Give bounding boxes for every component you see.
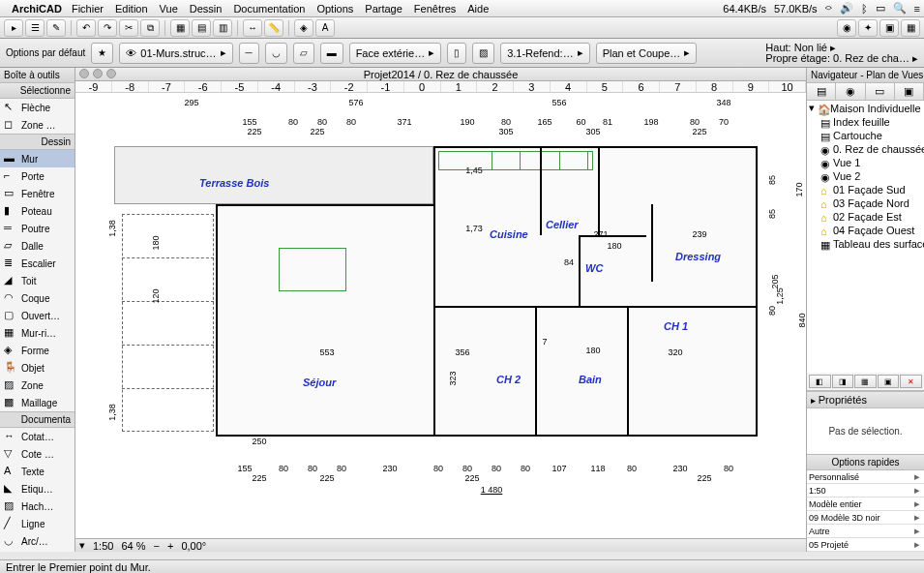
- tree-item-vue1[interactable]: ◉Vue 1: [807, 156, 924, 169]
- tree-item-cartouche[interactable]: ▤Cartouche: [807, 129, 924, 142]
- tool-forme[interactable]: ◈Forme: [0, 342, 75, 359]
- tool-arrow[interactable]: ↖Flèche: [0, 99, 75, 116]
- tool-dalle[interactable]: ▱Dalle: [0, 237, 75, 255]
- etage-value[interactable]: 0. Rez de cha…: [833, 52, 909, 64]
- tool-poteau[interactable]: ▮Poteau: [0, 202, 75, 220]
- opt-geometry-1[interactable]: ─: [239, 43, 259, 64]
- volume-icon[interactable]: 🔊: [840, 2, 853, 15]
- tb-new[interactable]: ▸: [4, 19, 23, 37]
- menu-partage[interactable]: Partage: [365, 3, 402, 15]
- tree-item-rez[interactable]: ◉0. Rez de chaussée: [807, 142, 924, 156]
- menu-fenetres[interactable]: Fenêtres: [414, 3, 456, 15]
- opt-plan-select[interactable]: Plan et Coupe… ▸: [596, 43, 698, 64]
- opt-construction[interactable]: ▬: [320, 43, 343, 64]
- tree-item-index[interactable]: ▤Index feuille: [807, 115, 924, 129]
- tool-marquee[interactable]: ◻Zone …: [0, 116, 75, 134]
- drawing-canvas[interactable]: 295 576 556 348 155 80 80 80 371 190 80 …: [75, 93, 806, 538]
- status-drop[interactable]: ▾: [79, 539, 85, 552]
- tb-copy[interactable]: ⧉: [140, 19, 160, 37]
- tb-org[interactable]: ▣: [879, 19, 899, 37]
- status-scale[interactable]: 1:50: [93, 540, 113, 552]
- tree-item-vue2[interactable]: ◉Vue 2: [807, 169, 924, 183]
- window-max-icon[interactable]: [106, 69, 116, 78]
- tool-porte[interactable]: ⌐Porte: [0, 167, 75, 185]
- tool-zone[interactable]: ▨Zone: [0, 377, 75, 394]
- tb-measure[interactable]: ↔: [243, 19, 262, 37]
- tb-3d[interactable]: ▦: [170, 19, 190, 37]
- opt-face-select[interactable]: Face extérie… ▸: [349, 43, 442, 64]
- menu-vue[interactable]: Vue: [160, 3, 178, 15]
- app-name[interactable]: ArchiCAD: [12, 3, 62, 15]
- tool-fenetre[interactable]: ▭Fenêtre: [0, 185, 75, 202]
- menu-aide[interactable]: Aide: [467, 3, 489, 15]
- opt-profile[interactable]: ▯: [447, 43, 466, 64]
- menu-dessin[interactable]: Dessin: [190, 3, 223, 15]
- mini-btn-1[interactable]: ◧: [809, 375, 831, 388]
- tb-render[interactable]: ◉: [837, 19, 856, 37]
- opt-default-label[interactable]: Options par défaut: [6, 47, 85, 58]
- menu-edition[interactable]: Edition: [115, 3, 148, 15]
- tb-open[interactable]: ☰: [25, 19, 45, 37]
- menu-documentation[interactable]: Documentation: [233, 3, 305, 15]
- tool-ligne[interactable]: ╱Ligne: [0, 515, 75, 532]
- tool-objet[interactable]: 🪑Objet: [0, 359, 75, 377]
- status-angle[interactable]: 0,00°: [181, 540, 206, 552]
- quick-row-1[interactable]: 1:50▸: [807, 484, 924, 498]
- quick-row-0[interactable]: Personnalisé▸: [807, 470, 924, 484]
- tool-cotat[interactable]: ↔Cotat…: [0, 428, 75, 445]
- zoom-in-icon[interactable]: +: [167, 540, 173, 552]
- tool-toit[interactable]: ◢Toit: [0, 272, 75, 289]
- opt-refend-select[interactable]: 3.1-Refend:… ▸: [500, 43, 589, 64]
- tool-mur[interactable]: ▬Mur: [0, 150, 75, 167]
- mini-btn-3[interactable]: ▦: [854, 375, 877, 388]
- opt-geometry-3[interactable]: ▱: [293, 43, 314, 64]
- tool-hach[interactable]: ▨Hach…: [0, 498, 75, 515]
- quick-row-2[interactable]: Modèle entier▸: [807, 498, 924, 511]
- tree-item-facade-ouest[interactable]: ⌂04 Façade Ouest: [807, 224, 924, 237]
- tool-arc[interactable]: ◡Arc/…: [0, 532, 75, 550]
- mini-btn-2[interactable]: ◨: [832, 375, 854, 388]
- bluetooth-icon[interactable]: ᛒ: [861, 3, 868, 15]
- opt-hatch[interactable]: ▨: [472, 43, 494, 64]
- status-zoom[interactable]: 64 %: [121, 540, 145, 552]
- tool-cote[interactable]: ▽Cote …: [0, 445, 75, 463]
- tree-item-facade-nord[interactable]: ⌂03 Façade Nord: [807, 196, 924, 210]
- tb-cut[interactable]: ✂: [119, 19, 138, 37]
- tool-coque[interactable]: ◠Coque: [0, 289, 75, 307]
- tree-root[interactable]: ▾🏠Maison Individuelle - E: [807, 101, 924, 115]
- tb-pub[interactable]: ▦: [901, 19, 920, 37]
- mini-btn-5[interactable]: ✕: [900, 375, 922, 388]
- battery-icon[interactable]: ▭: [876, 2, 885, 15]
- window-close-icon[interactable]: [79, 69, 89, 78]
- mini-btn-4[interactable]: ▣: [878, 375, 900, 388]
- menu-fichier[interactable]: Fichier: [72, 3, 104, 15]
- spotlight-icon[interactable]: 🔍: [893, 2, 907, 15]
- tb-save[interactable]: ✎: [46, 19, 66, 37]
- zoom-out-icon[interactable]: −: [154, 540, 160, 552]
- tool-texte[interactable]: ATexte: [0, 463, 75, 480]
- tb-nav[interactable]: ✦: [858, 19, 878, 37]
- tool-maillage[interactable]: ▩Maillage: [0, 394, 75, 411]
- tool-etiqu[interactable]: ◣Etiqu…: [0, 480, 75, 498]
- tb-redo[interactable]: ↷: [98, 19, 117, 37]
- nav-tab-project[interactable]: ▤: [807, 83, 836, 100]
- window-min-icon[interactable]: [93, 69, 103, 78]
- navigator-tree[interactable]: ▾🏠Maison Individuelle - E ▤Index feuille…: [807, 101, 924, 373]
- tb-undo[interactable]: ↶: [76, 19, 96, 37]
- opt-favorites[interactable]: ★: [91, 43, 113, 64]
- nav-tab-views[interactable]: ◉: [836, 83, 865, 100]
- tree-item-facade-est[interactable]: ⌂02 Façade Est: [807, 210, 924, 224]
- tree-item-tableau[interactable]: ▦Tableau des surfaces: [807, 237, 924, 251]
- tool-polyli[interactable]: ∿Polyli…: [0, 550, 75, 552]
- tool-ouvert[interactable]: ▢Ouvert…: [0, 307, 75, 324]
- tb-layer[interactable]: ◈: [294, 19, 313, 37]
- tb-attrib[interactable]: A: [315, 19, 335, 37]
- nav-tab-layouts[interactable]: ▭: [866, 83, 895, 100]
- tool-poutre[interactable]: ═Poutre: [0, 220, 75, 237]
- menu-options[interactable]: Options: [316, 3, 353, 15]
- nav-tab-publish[interactable]: ▣: [895, 83, 924, 100]
- notif-icon[interactable]: ≡: [914, 3, 920, 15]
- tree-item-facade-sud[interactable]: ⌂01 Façade Sud: [807, 183, 924, 196]
- tb-section[interactable]: ▥: [213, 19, 232, 37]
- tool-escalier[interactable]: ≣Escalier: [0, 255, 75, 272]
